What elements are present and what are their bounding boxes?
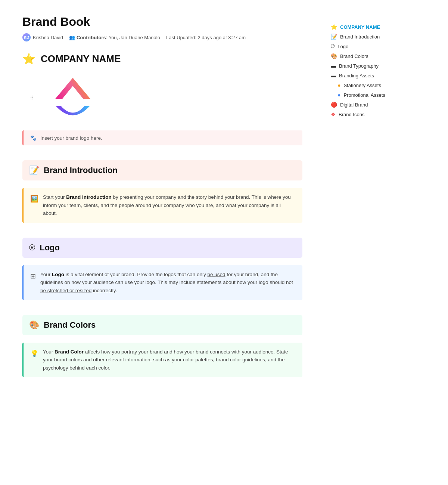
- company-name-heading: COMPANY NAME: [41, 53, 121, 65]
- author-name: Krishna David: [33, 35, 63, 40]
- logo-top-svg: [47, 72, 99, 106]
- sidebar-brand-icons-icon: ❖: [331, 111, 336, 117]
- sidebar-brand-typography-icon: ▬: [331, 63, 336, 69]
- logo-section: ® Logo ⊞ Your Logo is a vital element of…: [22, 238, 302, 300]
- logo-callout-box: ⊞ Your Logo is a vital element of your b…: [22, 265, 302, 300]
- brand-colors-section: 🎨 Brand Colors 💡 Your Brand Color affect…: [22, 315, 302, 377]
- drag-handle: ⠿: [30, 95, 34, 101]
- sidebar-item-promotional-assets[interactable]: ● Promotional Assets: [329, 90, 396, 99]
- sidebar-item-branding-assets[interactable]: ▬ Branding Assets: [329, 71, 396, 80]
- logo-callout: 🐾 Insert your brand logo here.: [22, 130, 302, 145]
- sidebar: ⭐ COMPANY NAME 📝 Brand Introduction © Lo…: [325, 0, 403, 485]
- last-updated: Last Updated: 2 days ago at 3:27 am: [166, 35, 246, 40]
- logo-callout-box-text: Your Logo is a vital element of your bra…: [40, 271, 296, 295]
- sidebar-brand-intro-icon: 📝: [331, 34, 337, 40]
- sidebar-company-name-label: COMPANY NAME: [340, 24, 380, 30]
- sidebar-branding-assets-icon: ▬: [331, 72, 336, 78]
- avatar: KD: [22, 33, 31, 41]
- author-info: KD Krishna David: [22, 33, 63, 41]
- sidebar-item-brand-typography[interactable]: ▬ Brand Typography: [329, 61, 396, 70]
- brand-introduction-section: 📝 Brand Introduction 🖼️ Start your Brand…: [22, 160, 302, 223]
- sidebar-brand-colors-label: Brand Colors: [340, 53, 368, 59]
- sidebar-item-digital-brand[interactable]: 🔴 Digital Brand: [329, 100, 396, 109]
- sidebar-brand-colors-icon: 🎨: [331, 53, 337, 59]
- logo-icon: ®: [29, 243, 35, 253]
- page-title: Brand Book: [22, 15, 302, 29]
- sidebar-promotional-icon: ●: [337, 92, 340, 98]
- brand-colors-callout: 💡 Your Brand Color affects how you portr…: [22, 343, 302, 377]
- sidebar-digital-brand-icon: 🔴: [331, 102, 337, 108]
- sidebar-logo-label: Logo: [337, 44, 348, 49]
- brand-colors-callout-text: Your Brand Color affects how you portray…: [43, 348, 296, 372]
- brand-colors-title: Brand Colors: [44, 320, 96, 330]
- logo-area: ⠿: [41, 72, 302, 123]
- sidebar-digital-brand-label: Digital Brand: [340, 102, 368, 108]
- brand-intro-callout: 🖼️ Start your Brand Introduction by pres…: [22, 188, 302, 223]
- logo-callout-icon: 🐾: [30, 135, 37, 141]
- logo-bottom-svg: [50, 102, 95, 123]
- logo-callout-box-icon: ⊞: [30, 271, 36, 282]
- brand-intro-callout-icon: 🖼️: [30, 194, 38, 204]
- logo-title: Logo: [40, 243, 60, 253]
- brand-intro-icon: 📝: [29, 166, 39, 175]
- sidebar-item-brand-introduction[interactable]: 📝 Brand Introduction: [329, 32, 396, 41]
- sidebar-stationery-label: Stationery Assets: [343, 83, 381, 88]
- brand-introduction-header: 📝 Brand Introduction: [22, 160, 302, 180]
- sidebar-item-logo[interactable]: © Logo: [329, 42, 396, 51]
- contributors-info: 👥 Contributors: You, Jan Duane Manalo: [69, 35, 160, 40]
- sidebar-branding-assets-label: Branding Assets: [339, 73, 374, 78]
- sidebar-item-stationery-assets[interactable]: ● Stationery Assets: [329, 81, 396, 90]
- sidebar-item-brand-colors[interactable]: 🎨 Brand Colors: [329, 52, 396, 61]
- sidebar-item-brand-icons[interactable]: ❖ Brand Icons: [329, 110, 396, 119]
- sidebar-brand-intro-label: Brand Introduction: [340, 34, 380, 40]
- meta-row: KD Krishna David 👥 Contributors: You, Ja…: [22, 33, 302, 41]
- logo-header: ® Logo: [22, 238, 302, 258]
- sidebar-star-icon: ⭐: [331, 24, 337, 30]
- main-content: Brand Book KD Krishna David 👥 Contributo…: [0, 0, 325, 485]
- sidebar-item-company-name[interactable]: ⭐ COMPANY NAME: [329, 22, 396, 31]
- company-name-row: ⭐ COMPANY NAME: [22, 53, 302, 65]
- clickup-logo: [41, 72, 105, 123]
- brand-intro-callout-text: Start your Brand Introduction by present…: [43, 193, 296, 217]
- brand-colors-header: 🎨 Brand Colors: [22, 315, 302, 335]
- sidebar-brand-icons-label: Brand Icons: [339, 112, 364, 117]
- star-icon: ⭐: [22, 53, 35, 65]
- sidebar-stationery-icon: ●: [337, 82, 340, 88]
- sidebar-promotional-label: Promotional Assets: [343, 92, 385, 98]
- sidebar-brand-typography-label: Brand Typography: [339, 63, 379, 69]
- people-icon: 👥: [69, 35, 75, 40]
- logo-callout-text: Insert your brand logo here.: [40, 135, 102, 141]
- brand-introduction-title: Brand Introduction: [44, 166, 118, 175]
- contributors-label: Contributors: You, Jan Duane Manalo: [77, 35, 160, 40]
- brand-colors-callout-icon: 💡: [30, 348, 38, 359]
- brand-colors-icon: 🎨: [29, 320, 39, 330]
- sidebar-logo-icon: ©: [331, 43, 335, 49]
